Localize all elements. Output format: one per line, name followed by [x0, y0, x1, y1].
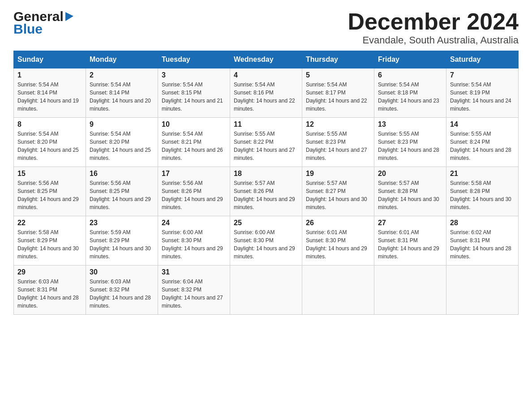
calendar-day-cell — [374, 265, 446, 315]
calendar-day-cell: 27Sunrise: 6:01 AMSunset: 8:31 PMDayligh… — [374, 216, 446, 265]
day-info: Sunrise: 6:03 AMSunset: 8:31 PMDaylight:… — [17, 278, 82, 310]
day-info: Sunrise: 5:54 AMSunset: 8:16 PMDaylight:… — [234, 81, 298, 113]
day-number: 5 — [306, 71, 370, 79]
calendar-day-cell: 30Sunrise: 6:03 AMSunset: 8:32 PMDayligh… — [86, 265, 158, 315]
day-number: 3 — [162, 71, 226, 79]
calendar-week-row: 22Sunrise: 5:58 AMSunset: 8:29 PMDayligh… — [14, 216, 519, 265]
day-number: 26 — [306, 219, 370, 227]
calendar-day-cell: 20Sunrise: 5:57 AMSunset: 8:28 PMDayligh… — [374, 167, 446, 216]
day-info: Sunrise: 5:54 AMSunset: 8:21 PMDaylight:… — [162, 130, 226, 162]
day-number: 4 — [234, 71, 298, 79]
day-info: Sunrise: 5:54 AMSunset: 8:18 PMDaylight:… — [378, 81, 442, 113]
day-info: Sunrise: 5:57 AMSunset: 8:26 PMDaylight:… — [234, 179, 298, 211]
day-number: 12 — [306, 120, 370, 128]
day-info: Sunrise: 5:55 AMSunset: 8:23 PMDaylight:… — [306, 130, 370, 162]
calendar-day-cell: 24Sunrise: 6:00 AMSunset: 8:30 PMDayligh… — [158, 216, 230, 265]
day-number: 9 — [90, 120, 154, 128]
calendar-week-row: 15Sunrise: 5:56 AMSunset: 8:25 PMDayligh… — [14, 167, 519, 216]
day-number: 7 — [450, 71, 515, 79]
calendar-day-cell: 13Sunrise: 5:55 AMSunset: 8:23 PMDayligh… — [374, 118, 446, 167]
header-thursday: Thursday — [302, 51, 374, 68]
day-info: Sunrise: 5:58 AMSunset: 8:28 PMDaylight:… — [450, 179, 515, 211]
day-number: 11 — [234, 120, 298, 128]
day-number: 24 — [162, 219, 226, 227]
day-info: Sunrise: 5:54 AMSunset: 8:14 PMDaylight:… — [90, 81, 154, 113]
day-info: Sunrise: 6:00 AMSunset: 8:30 PMDaylight:… — [162, 228, 226, 261]
calendar-day-cell: 2Sunrise: 5:54 AMSunset: 8:14 PMDaylight… — [86, 68, 158, 118]
calendar-table: Sunday Monday Tuesday Wednesday Thursday… — [13, 51, 519, 315]
day-info: Sunrise: 5:59 AMSunset: 8:29 PMDaylight:… — [90, 228, 154, 261]
calendar-day-cell: 14Sunrise: 5:55 AMSunset: 8:24 PMDayligh… — [446, 118, 519, 167]
calendar-day-cell: 31Sunrise: 6:04 AMSunset: 8:32 PMDayligh… — [158, 265, 230, 315]
calendar-day-cell — [230, 265, 302, 315]
calendar-day-cell: 12Sunrise: 5:55 AMSunset: 8:23 PMDayligh… — [302, 118, 374, 167]
day-info: Sunrise: 6:02 AMSunset: 8:31 PMDaylight:… — [450, 228, 515, 261]
day-number: 25 — [234, 219, 298, 227]
day-number: 6 — [378, 71, 442, 79]
calendar-day-cell: 29Sunrise: 6:03 AMSunset: 8:31 PMDayligh… — [14, 265, 86, 315]
day-number: 2 — [90, 71, 154, 79]
calendar-day-cell: 1Sunrise: 5:54 AMSunset: 8:14 PMDaylight… — [14, 68, 86, 118]
day-info: Sunrise: 5:55 AMSunset: 8:24 PMDaylight:… — [450, 130, 515, 162]
header-row: Sunday Monday Tuesday Wednesday Thursday… — [14, 51, 519, 68]
calendar-week-row: 8Sunrise: 5:54 AMSunset: 8:20 PMDaylight… — [14, 118, 519, 167]
header-monday: Monday — [86, 51, 158, 68]
day-info: Sunrise: 5:57 AMSunset: 8:27 PMDaylight:… — [306, 179, 370, 211]
day-info: Sunrise: 5:57 AMSunset: 8:28 PMDaylight:… — [378, 179, 442, 211]
day-number: 20 — [378, 170, 442, 178]
day-info: Sunrise: 5:56 AMSunset: 8:25 PMDaylight:… — [90, 179, 154, 211]
day-number: 30 — [90, 268, 154, 276]
month-title: December 2024 — [348, 9, 519, 34]
day-number: 23 — [90, 219, 154, 227]
calendar-day-cell: 7Sunrise: 5:54 AMSunset: 8:19 PMDaylight… — [446, 68, 519, 118]
calendar-day-cell — [302, 265, 374, 315]
calendar-day-cell: 10Sunrise: 5:54 AMSunset: 8:21 PMDayligh… — [158, 118, 230, 167]
day-info: Sunrise: 5:54 AMSunset: 8:20 PMDaylight:… — [17, 130, 82, 162]
day-number: 28 — [450, 219, 515, 227]
day-info: Sunrise: 5:54 AMSunset: 8:14 PMDaylight:… — [17, 81, 82, 113]
day-info: Sunrise: 5:56 AMSunset: 8:25 PMDaylight:… — [17, 179, 82, 211]
day-number: 19 — [306, 170, 370, 178]
day-info: Sunrise: 6:00 AMSunset: 8:30 PMDaylight:… — [234, 228, 298, 261]
day-number: 31 — [162, 268, 226, 276]
day-info: Sunrise: 5:54 AMSunset: 8:17 PMDaylight:… — [306, 81, 370, 113]
calendar-day-cell: 4Sunrise: 5:54 AMSunset: 8:16 PMDaylight… — [230, 68, 302, 118]
day-info: Sunrise: 6:01 AMSunset: 8:30 PMDaylight:… — [306, 228, 370, 261]
calendar-day-cell: 17Sunrise: 5:56 AMSunset: 8:26 PMDayligh… — [158, 167, 230, 216]
calendar-day-cell: 22Sunrise: 5:58 AMSunset: 8:29 PMDayligh… — [14, 216, 86, 265]
header-sunday: Sunday — [14, 51, 86, 68]
calendar-day-cell: 28Sunrise: 6:02 AMSunset: 8:31 PMDayligh… — [446, 216, 519, 265]
page-header: General Blue December 2024 Evandale, Sou… — [13, 9, 519, 46]
day-number: 27 — [378, 219, 442, 227]
day-info: Sunrise: 6:03 AMSunset: 8:32 PMDaylight:… — [90, 278, 154, 310]
day-info: Sunrise: 6:01 AMSunset: 8:31 PMDaylight:… — [378, 228, 442, 261]
calendar-day-cell: 25Sunrise: 6:00 AMSunset: 8:30 PMDayligh… — [230, 216, 302, 265]
day-info: Sunrise: 5:56 AMSunset: 8:26 PMDaylight:… — [162, 179, 226, 211]
logo: General Blue — [13, 9, 74, 37]
day-number: 13 — [378, 120, 442, 128]
header-wednesday: Wednesday — [230, 51, 302, 68]
day-info: Sunrise: 5:55 AMSunset: 8:22 PMDaylight:… — [234, 130, 298, 162]
day-info: Sunrise: 5:58 AMSunset: 8:29 PMDaylight:… — [17, 228, 82, 261]
header-tuesday: Tuesday — [158, 51, 230, 68]
header-friday: Friday — [374, 51, 446, 68]
calendar-day-cell: 23Sunrise: 5:59 AMSunset: 8:29 PMDayligh… — [86, 216, 158, 265]
calendar-day-cell: 16Sunrise: 5:56 AMSunset: 8:25 PMDayligh… — [86, 167, 158, 216]
day-number: 17 — [162, 170, 226, 178]
day-number: 14 — [450, 120, 515, 128]
day-number: 29 — [17, 268, 82, 276]
day-number: 1 — [17, 71, 82, 79]
calendar-day-cell — [446, 265, 519, 315]
calendar-day-cell: 11Sunrise: 5:55 AMSunset: 8:22 PMDayligh… — [230, 118, 302, 167]
calendar-week-row: 1Sunrise: 5:54 AMSunset: 8:14 PMDaylight… — [14, 68, 519, 118]
day-number: 8 — [17, 120, 82, 128]
day-info: Sunrise: 5:54 AMSunset: 8:19 PMDaylight:… — [450, 81, 515, 113]
day-info: Sunrise: 5:55 AMSunset: 8:23 PMDaylight:… — [378, 130, 442, 162]
logo-blue-text: Blue — [13, 21, 43, 37]
day-number: 18 — [234, 170, 298, 178]
svg-marker-0 — [65, 12, 73, 21]
calendar-day-cell: 26Sunrise: 6:01 AMSunset: 8:30 PMDayligh… — [302, 216, 374, 265]
calendar-week-row: 29Sunrise: 6:03 AMSunset: 8:31 PMDayligh… — [14, 265, 519, 315]
day-number: 16 — [90, 170, 154, 178]
day-number: 22 — [17, 219, 82, 227]
